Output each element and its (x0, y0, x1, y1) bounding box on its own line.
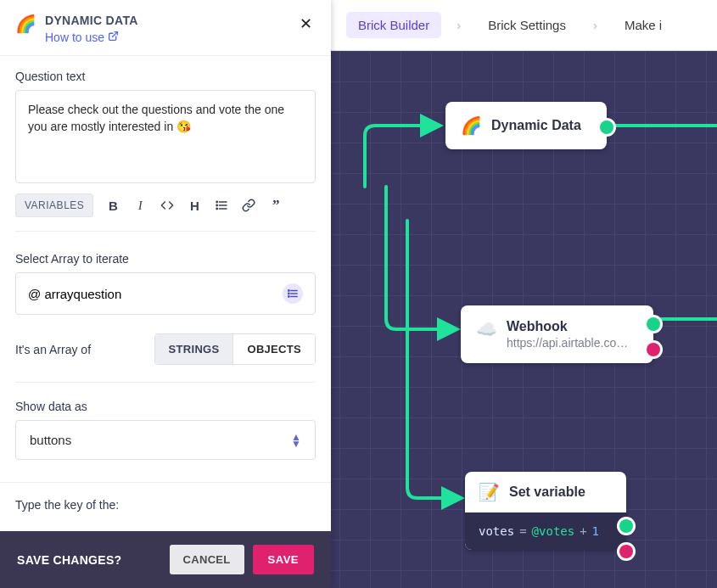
chevron-updown-icon: ▲▼ (291, 434, 301, 447)
seg-strings[interactable]: STRINGS (155, 334, 233, 364)
list-button-icon[interactable] (214, 198, 229, 213)
heading-icon[interactable]: H (187, 198, 202, 213)
expr-at: @votes (532, 524, 575, 538)
output-port[interactable] (600, 120, 613, 134)
rainbow-icon: 🌈 (461, 115, 481, 136)
node-subtitle: https://api.airtable.co… (507, 336, 628, 350)
save-question: SAVE CHANGES? (17, 553, 161, 567)
select-array-value: @ arrayquestion (28, 287, 121, 301)
show-as-value: buttons (30, 433, 71, 447)
editor-toolbar: VARIABLES B I H ” (15, 193, 316, 232)
panel-header: 🌈 DYNAMIC DATA How to use ✕ (0, 0, 331, 56)
error-port[interactable] (647, 343, 660, 356)
question-text-label: Question text (15, 70, 316, 83)
cloud-icon: ☁️ (476, 319, 496, 339)
list-icon[interactable] (283, 283, 303, 304)
italic-icon[interactable]: I (132, 198, 148, 213)
expr-var: votes (479, 524, 514, 538)
code-icon[interactable] (160, 198, 175, 213)
node-title: Dynamic Data (491, 118, 581, 133)
close-icon: ✕ (300, 14, 312, 33)
svg-line-0 (112, 32, 117, 37)
svg-point-11 (288, 293, 289, 294)
external-link-icon (108, 31, 119, 44)
expr-num: 1 (592, 524, 599, 538)
svg-point-5 (216, 204, 217, 205)
breadcrumb-item-settings[interactable]: Brick Settings (476, 12, 578, 38)
svg-point-10 (288, 290, 289, 291)
show-as-select[interactable]: buttons ▲▼ (15, 420, 316, 460)
node-webhook[interactable]: ☁️ Webhook https://api.airtable.co… (461, 305, 653, 363)
link-icon[interactable] (241, 198, 256, 213)
breadcrumb-item-builder[interactable]: Brick Builder (346, 12, 441, 38)
panel-title: DYNAMIC DATA (45, 14, 287, 27)
panel-title-block: DYNAMIC DATA How to use (45, 14, 287, 45)
breadcrumb: Brick Builder › Brick Settings › Make i (331, 0, 717, 51)
success-port[interactable] (647, 317, 660, 331)
bold-icon[interactable]: B (105, 198, 120, 213)
array-type-segmented: STRINGS OBJECTS (154, 333, 316, 365)
rainbow-icon: 🌈 (15, 15, 36, 32)
array-of-label: It's an Array of (15, 343, 91, 356)
show-as-label: Show data as (15, 400, 316, 413)
how-to-use-link[interactable]: How to use (45, 31, 119, 44)
save-button[interactable]: SAVE (253, 545, 314, 574)
set-variable-expression: votes = @votes + 1 (465, 512, 626, 550)
chevron-right-icon: › (593, 18, 597, 32)
error-port[interactable] (619, 545, 633, 558)
chevron-right-icon: › (457, 18, 461, 32)
array-type-row: It's an Array of STRINGS OBJECTS (15, 333, 316, 383)
svg-point-6 (216, 208, 217, 209)
expr-plus: + (580, 524, 586, 538)
node-dynamic-data[interactable]: 🌈 Dynamic Data (445, 102, 607, 149)
divider (0, 482, 331, 483)
select-array-label: Select Array to iterate (15, 252, 316, 266)
select-array-input[interactable]: @ arrayquestion (15, 272, 316, 315)
svg-point-4 (216, 201, 217, 202)
save-bar: SAVE CHANGES? CANCEL SAVE (0, 531, 331, 588)
canvas[interactable]: Brick Builder › Brick Settings › Make i … (331, 0, 717, 588)
node-title: Webhook (507, 319, 628, 334)
type-key-label: Type the key of the: (15, 498, 316, 512)
breadcrumb-item-make[interactable]: Make i (613, 12, 674, 38)
quote-icon[interactable]: ” (268, 198, 283, 213)
node-title: Set variable (509, 484, 585, 500)
node-set-variable[interactable]: 📝 Set variable votes = @votes + 1 (465, 472, 626, 550)
cancel-button[interactable]: CANCEL (170, 545, 244, 574)
variables-button[interactable]: VARIABLES (15, 193, 93, 217)
expr-eq: = (519, 524, 526, 538)
edit-icon: 📝 (479, 482, 499, 502)
side-panel: 🌈 DYNAMIC DATA How to use ✕ Question tex… (0, 0, 331, 588)
svg-point-12 (288, 296, 289, 297)
close-button[interactable]: ✕ (295, 14, 316, 34)
question-text-input[interactable]: Please check out the questions and vote … (15, 90, 316, 183)
panel-body: Question text Please check out the quest… (0, 56, 331, 531)
seg-objects[interactable]: OBJECTS (232, 334, 315, 364)
how-to-use-label: How to use (45, 31, 104, 44)
success-port[interactable] (619, 519, 633, 533)
